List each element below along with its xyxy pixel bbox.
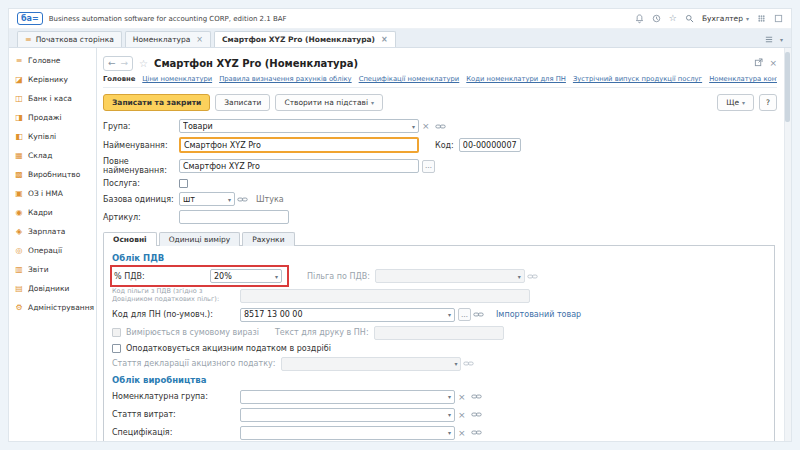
clear-icon[interactable]: × [458, 410, 466, 420]
tab-odynytsi-vymiru[interactable]: Одиниці виміру [159, 232, 241, 246]
doc-header: ← → ☆ Смартфон XYZ Pro (Номенклатура) × [103, 53, 777, 73]
link-icon[interactable] [471, 392, 482, 401]
current-user[interactable]: Бухгалтер▾ [702, 14, 749, 23]
sidebar-item-operatsii[interactable]: ◎Операції [9, 241, 96, 260]
group-label: Група: [103, 122, 179, 131]
tab-osnovni[interactable]: Основні [103, 232, 157, 246]
window-icon[interactable] [774, 14, 783, 23]
sidebar-item-prodazhi[interactable]: ◨Продажі [9, 108, 96, 127]
sidebar-item-oz-nma[interactable]: ▣ОЗ і НМА [9, 184, 96, 203]
specification-field[interactable]: ▾ [240, 426, 455, 440]
create-based-on-button[interactable]: Створити на підставі▾ [275, 94, 383, 111]
sidebar-item-label: Адміністрування [28, 303, 94, 312]
article-field[interactable] [179, 210, 289, 224]
clear-icon[interactable]: × [458, 392, 466, 402]
sidebar-item-kadry[interactable]: ◉Кадри [9, 203, 96, 222]
bank-section-icon: ◫ [14, 94, 24, 103]
name-field[interactable]: Смартфон XYZ Pro [179, 137, 419, 153]
search-icon[interactable] [685, 14, 694, 23]
link-icon[interactable] [527, 272, 538, 281]
save-button[interactable]: Записати [215, 94, 270, 111]
sales-section-icon: ◨ [14, 113, 24, 122]
expense-item-field[interactable]: ▾ [240, 408, 455, 422]
apps-grid-icon[interactable] [757, 14, 766, 23]
service-checkbox[interactable] [179, 179, 188, 188]
nav-link-prices[interactable]: Ціни номенклатури [142, 75, 212, 83]
help-button[interactable]: ? [759, 94, 777, 111]
clear-icon[interactable]: × [458, 428, 466, 438]
tab-label: Смартфон XYZ Pro (Номенклатура) [222, 35, 375, 44]
pn-code-field[interactable]: 8517 13 00 00▾ [240, 308, 455, 322]
tab-list-icon[interactable] [764, 35, 774, 44]
forward-icon[interactable]: → [121, 58, 129, 68]
dropdown-icon: ▾ [518, 273, 521, 280]
nav-link-account-rules[interactable]: Правила визначення рахунків обліку [219, 75, 352, 83]
main-area: ≡Головне ◪Керівнику ◫Банк і каса ◨Продаж… [9, 48, 791, 441]
base-unit-field[interactable]: шт▾ [179, 192, 235, 206]
sum-measure-checkbox [112, 328, 121, 337]
link-icon[interactable] [471, 410, 482, 419]
sidebar-item-sklad[interactable]: ▦Склад [9, 146, 96, 165]
tab-smartfon-xyz-pro[interactable]: Смартфон XYZ Pro (Номенклатура) × [214, 31, 396, 47]
tab-nomenklatura[interactable]: Номенклатура × [125, 31, 211, 47]
code-field[interactable]: 00-00000007 [459, 138, 521, 152]
more-button[interactable]: Ще▾ [717, 94, 754, 111]
link-icon[interactable] [471, 428, 482, 437]
dropdown-icon[interactable]: ▾ [412, 123, 415, 130]
chevron-down-icon: ▾ [742, 99, 745, 106]
purchases-section-icon: ◧ [14, 132, 24, 141]
vat-percent-field[interactable]: 20%▾ [210, 269, 282, 283]
specification-label: Специфікація: [112, 428, 240, 437]
nav-link-pn-codes[interactable]: Коди номенклатури для ПН [466, 75, 566, 83]
scrollbar-thumb[interactable] [785, 52, 790, 122]
favorite-star-icon[interactable]: ☆ [139, 58, 148, 69]
sidebar-item-zarplata[interactable]: ◈Зарплата [9, 222, 96, 241]
baf-logo: ба= [17, 12, 43, 25]
dropdown-icon[interactable]: ▾ [228, 196, 231, 203]
sidebar-item-administruvannia[interactable]: ⚙Адміністрування [9, 298, 96, 317]
nav-link-golovne[interactable]: Головне [103, 75, 135, 83]
ellipsis-button[interactable]: … [422, 160, 435, 173]
save-and-close-button[interactable]: Записати та закрити [103, 94, 210, 111]
dropdown-icon[interactable]: ▾ [448, 429, 451, 436]
excise-retail-checkbox[interactable] [112, 344, 121, 353]
history-icon[interactable] [652, 14, 661, 23]
sidebar-item-dovidnyky[interactable]: ▤Довідники [9, 279, 96, 298]
close-tab-icon[interactable]: × [381, 35, 388, 44]
sidebar-item-label: Склад [28, 151, 52, 160]
link-icon[interactable] [237, 195, 248, 204]
nav-link-counter-release[interactable]: Зустрічний випуск продукції послуг [573, 75, 702, 83]
nav-link-specifications[interactable]: Специфікації номенклатури [359, 75, 460, 83]
dropdown-icon[interactable]: ▾ [448, 393, 451, 400]
sidebar-item-bank-kasa[interactable]: ◫Банк і каса [9, 89, 96, 108]
link-icon[interactable] [473, 310, 484, 319]
sidebar-item-kerivnyku[interactable]: ◪Керівнику [9, 70, 96, 89]
clear-icon[interactable]: × [422, 121, 430, 131]
dropdown-icon[interactable]: ▾ [275, 273, 278, 280]
link-icon[interactable] [463, 359, 474, 368]
chevron-down-icon[interactable]: ▾ [780, 36, 783, 43]
notifications-bell-icon[interactable] [635, 14, 644, 24]
nomenclature-group-field[interactable]: ▾ [240, 390, 455, 404]
sidebar-item-golovne[interactable]: ≡Головне [9, 51, 96, 70]
favorites-star-icon[interactable]: ☆ [669, 14, 677, 23]
close-tab-icon[interactable]: × [196, 35, 203, 44]
group-field[interactable]: Товари▾ [179, 119, 419, 133]
back-icon[interactable]: ← [108, 58, 116, 68]
dropdown-icon[interactable]: ▾ [448, 411, 451, 418]
divider [103, 87, 777, 88]
fullname-field[interactable]: Смартфон XYZ Pro [179, 159, 419, 173]
nav-link-counterparty-nomenclature[interactable]: Номенклатура контрагентів [709, 75, 777, 83]
vertical-scrollbar[interactable] [784, 48, 791, 441]
ellipsis-button[interactable]: … [458, 308, 471, 321]
tab-rakhunky[interactable]: Рахунки [242, 232, 294, 246]
open-in-new-icon[interactable] [754, 58, 763, 69]
link-icon[interactable] [435, 122, 446, 131]
imported-goods-link[interactable]: Імпортований товар [496, 310, 581, 319]
sidebar-item-vyrobnytstvo[interactable]: ▩Виробництво [9, 165, 96, 184]
dropdown-icon[interactable]: ▾ [448, 311, 451, 318]
sidebar-item-zvity[interactable]: ▥Звіти [9, 260, 96, 279]
close-form-icon[interactable]: × [769, 58, 777, 68]
tab-home[interactable]: ≡ Початкова сторінка [17, 31, 122, 47]
sidebar-item-kupivli[interactable]: ◧Купівлі [9, 127, 96, 146]
